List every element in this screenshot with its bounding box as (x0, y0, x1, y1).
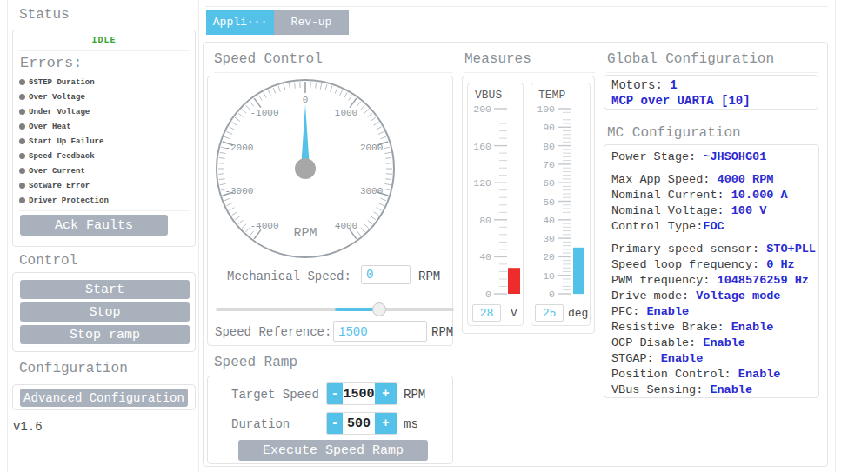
sidebar-right-divider (198, 0, 199, 472)
mc-config-group: Power Stage: ~JHSOHG01 (611, 150, 811, 165)
target-speed-decrement-button[interactable]: - (327, 383, 343, 404)
duration-label: Duration (231, 417, 290, 431)
svg-text:0: 0 (549, 289, 555, 300)
error-item: Driver Protection (19, 193, 191, 208)
measures-card: VBUS 04080120160200 28 V TEMP 0102030405… (462, 76, 595, 334)
svg-text:90: 90 (543, 122, 555, 133)
global-config-title: Global Configuration (607, 51, 818, 73)
mc-config-label: Speed loop frequency: (611, 258, 766, 271)
speed-slider[interactable] (216, 302, 454, 316)
error-item: Under Voltage (19, 104, 191, 119)
mc-config-label: Max App Speed: (611, 173, 718, 186)
mc-config-line: Position Control: Enable (611, 367, 811, 382)
mechanical-speed-unit: RPM (418, 269, 440, 283)
svg-text:40: 40 (543, 215, 555, 226)
mc-config-card: Power Stage: ~JHSOHG01Max App Speed: 400… (604, 144, 819, 398)
mc-config-value: FOC (703, 220, 724, 233)
control-section-title: Control (19, 253, 77, 269)
duration-stepper: - 500 + (326, 412, 397, 435)
mc-config-label: PFC: (611, 305, 647, 318)
svg-text:20: 20 (543, 251, 555, 263)
svg-text:3000: 3000 (360, 186, 383, 196)
mc-config-label: Nominal Voltage: (611, 204, 731, 217)
mc-config-label: Nominal Current: (611, 189, 731, 202)
error-dot-icon (19, 109, 25, 115)
error-label: Start Up Failure (29, 137, 103, 146)
svg-text:-4000: -4000 (250, 221, 278, 231)
svg-text:160: 160 (473, 141, 491, 152)
main-card: Speed Control -4000-3000-2000-1000010002… (203, 42, 828, 467)
dial-hub (295, 158, 316, 179)
motors-label: Motors: (611, 78, 670, 92)
mc-config-line: PFC: Enable (611, 304, 811, 320)
advanced-configuration-button[interactable]: Advanced Configuration (20, 389, 188, 407)
error-label: Under Voltage (29, 108, 90, 116)
sidebar-left-divider (7, 0, 8, 472)
svg-text:40: 40 (479, 251, 491, 263)
target-speed-unit: RPM (404, 388, 425, 402)
tab-application[interactable]: Appli··· (206, 10, 274, 35)
duration-row: Duration - 500 + ms (208, 412, 452, 435)
temp-bar-gauge-bar (573, 248, 584, 294)
error-dot-icon (19, 123, 25, 130)
slider-thumb[interactable] (372, 302, 386, 316)
mechanical-speed-input[interactable]: 0 (361, 265, 411, 284)
error-label: Speed Feedback (29, 152, 95, 161)
temp-value-input[interactable]: 25 (535, 304, 564, 322)
target-speed-stepper: - 1500 + (326, 382, 397, 405)
svg-text:50: 50 (543, 196, 555, 208)
error-label: Sotware Error (29, 182, 90, 190)
speed-ramp-card: Target Speed - 1500 + RPM Duration - 500… (207, 376, 453, 464)
status-divider (18, 50, 190, 51)
mc-config-value: Enable (731, 321, 774, 334)
ack-faults-button[interactable]: Ack Faults (20, 215, 168, 236)
vbus-value-input[interactable]: 28 (472, 304, 501, 322)
execute-ramp-button[interactable]: Execute Speed Ramp (238, 440, 428, 461)
duration-decrement-button[interactable]: - (327, 413, 343, 434)
svg-text:120: 120 (473, 177, 491, 189)
configuration-card: Advanced Configuration (12, 384, 196, 410)
svg-text:30: 30 (543, 233, 555, 244)
svg-text:60: 60 (543, 177, 555, 189)
svg-text:0: 0 (485, 289, 491, 300)
status-section-title: Status (19, 7, 70, 23)
temp-bar-gauge: 0102030405060708090100 (531, 103, 590, 304)
speed-reference-label: Speed Reference: (215, 325, 331, 339)
svg-text:-3000: -3000 (224, 186, 253, 196)
vbus-meter: VBUS 04080120160200 28 V (467, 83, 524, 326)
start-button[interactable]: Start (20, 280, 190, 299)
temp-unit: deg (568, 307, 588, 320)
motors-line: Motors: 1 (611, 77, 811, 93)
mc-config-value: 10.000 A (731, 189, 788, 202)
dial-unit-label: RPM (293, 226, 317, 241)
speed-dial-gauge: -4000-3000-2000-100001000200030004000RPM (214, 77, 397, 262)
speed-control-title: Speed Control (214, 51, 453, 73)
duration-input[interactable]: 500 (343, 413, 375, 434)
mc-config-value: 4000 RPM (718, 173, 774, 186)
status-value: IDLE (13, 36, 195, 45)
mc-config-label: Control Type: (611, 220, 703, 233)
error-label: Over Heat (29, 123, 71, 131)
error-dot-icon (19, 138, 25, 144)
mc-config-value: 1048576259 Hz (718, 274, 809, 287)
target-speed-input[interactable]: 1500 (343, 383, 375, 404)
duration-increment-button[interactable]: + (375, 413, 397, 434)
measures-title: Measures (464, 51, 595, 73)
target-speed-increment-button[interactable]: + (375, 383, 397, 404)
mc-config-line: OCP Disable: Enable (611, 336, 811, 351)
stop-ramp-button[interactable]: Stop ramp (20, 325, 190, 344)
version-label: v1.6 (13, 420, 43, 434)
error-dot-icon (19, 79, 25, 85)
svg-text:10: 10 (543, 270, 555, 282)
duration-unit: ms (404, 417, 418, 431)
speed-reference-input[interactable]: 1500 (333, 321, 427, 342)
tab-revup[interactable]: Rev-up (274, 10, 349, 35)
mc-config-group: Primary speed sensor: STO+PLLSpeed loop … (611, 242, 811, 398)
error-label: Over Current (29, 167, 85, 176)
vbus-unit: V (511, 307, 517, 320)
mc-config-value: Enable (703, 336, 745, 349)
error-label: 6STEP Duration (29, 78, 95, 87)
error-item: 6STEP Duration (19, 75, 191, 90)
svg-text:2000: 2000 (360, 143, 383, 153)
stop-button[interactable]: Stop (20, 302, 190, 322)
